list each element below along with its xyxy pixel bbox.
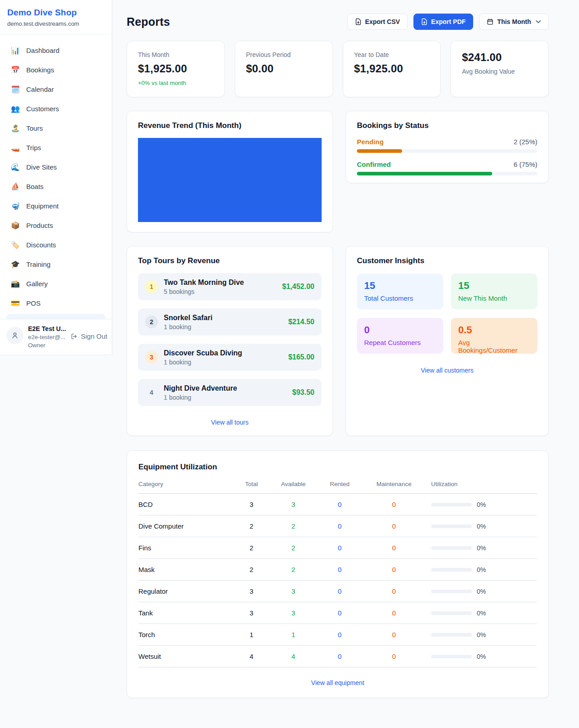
cell-utilization: 0% (477, 610, 486, 617)
credit-card-icon: 💳 (11, 300, 20, 307)
tour-row[interactable]: 1 Two Tank Morning Dive 5 bookings $1,45… (138, 273, 322, 300)
stat-card-avg-booking-value: $241.00 Avg Booking Value (451, 41, 549, 97)
insight-label: New This Month (458, 294, 530, 302)
sidebar-item-active-partial[interactable] (6, 314, 105, 319)
sidebar-item-label: POS (26, 299, 41, 307)
stat-value: $1,925.00 (354, 62, 430, 75)
sidebar-item-label: Customers (26, 105, 59, 113)
table-row: BCD 3 3 0 0 0% (138, 494, 537, 515)
calendar-date-icon: 📅 (11, 66, 20, 74)
cell-category: BCD (138, 501, 233, 508)
cell-utilization: 0% (477, 631, 486, 638)
cell-available: 3 (270, 587, 317, 595)
cell-utilization: 0% (477, 544, 486, 552)
page-header: Reports Export CSV Export PDF (127, 14, 549, 30)
cell-rented: 0 (317, 501, 362, 508)
rank-badge: 3 (145, 351, 158, 364)
table-row: Torch 1 1 0 0 0% (138, 624, 537, 646)
revenue-trend-title: Revenue Trend (This Month) (138, 121, 322, 130)
island-icon: 🏝️ (11, 125, 20, 132)
tour-name: Discover Scuba Diving (164, 349, 242, 357)
sidebar-item-calendar[interactable]: 🗓️ Calendar (0, 80, 112, 99)
period-dropdown[interactable]: This Month (479, 14, 549, 30)
sidebar-item-dive-sites[interactable]: 🌊 Dive Sites (0, 157, 112, 177)
tour-row[interactable]: 2 Snorkel Safari 1 booking $214.50 (138, 308, 322, 336)
cell-maintenance: 0 (362, 609, 426, 617)
cell-utilization: 0% (477, 501, 486, 508)
cell-category: Tank (138, 609, 233, 617)
rank-badge: 1 (145, 280, 158, 293)
sidebar-item-trips[interactable]: 🚤 Trips (0, 138, 112, 157)
person-icon (11, 331, 19, 340)
stat-card-this-month: This Month $1,925.00 +0% vs last month (127, 41, 225, 97)
tour-row[interactable]: 3 Discover Scuba Diving 1 booking $165.0… (138, 344, 322, 371)
stat-value: $1,925.00 (138, 62, 214, 75)
bookings-by-status-card: Bookings by Status Pending 2 (25%) Confi… (346, 111, 549, 183)
stat-label: Avg Booking Value (462, 68, 537, 75)
insight-tile-new-this-month: 15 New This Month (451, 274, 537, 309)
cell-available: 3 (270, 609, 317, 617)
revenue-trend-card: Revenue Trend (This Month) (127, 111, 333, 232)
rank-badge: 2 (145, 316, 158, 328)
sidebar-item-pos[interactable]: 💳 POS (0, 293, 112, 313)
sidebar-item-label: Boats (26, 183, 43, 190)
column-header-category: Category (138, 481, 233, 487)
column-header-utilization: Utilization (426, 481, 537, 487)
sidebar-item-customers[interactable]: 👥 Customers (0, 99, 112, 118)
view-all-tours-link[interactable]: View all tours (211, 419, 248, 426)
cell-available: 2 (270, 544, 317, 552)
stat-label: This Month (138, 51, 214, 58)
export-csv-button[interactable]: Export CSV (347, 14, 408, 30)
user-info: E2E Test U... e2e-tester@... Owner (28, 325, 66, 349)
cell-available: 2 (270, 522, 317, 530)
cell-available: 1 (270, 631, 317, 638)
user-name: E2E Test U... (28, 325, 66, 332)
cell-available: 3 (270, 501, 317, 508)
sidebar-item-tours[interactable]: 🏝️ Tours (0, 118, 112, 138)
sign-out-button[interactable]: Sign Out (71, 332, 107, 340)
logout-icon (71, 333, 78, 340)
sidebar-item-boats[interactable]: ⛵ Boats (0, 177, 112, 196)
sidebar-item-gallery[interactable]: 📸 Gallery (0, 274, 112, 293)
sidebar-nav: 📊 Dashboard 📅 Bookings 🗓️ Calendar 👥 Cus… (0, 34, 112, 319)
bookings-by-status-title: Bookings by Status (357, 121, 537, 130)
cell-category: Torch (138, 631, 233, 638)
view-all-customers-link[interactable]: View all customers (421, 367, 473, 374)
sidebar-item-label: Training (26, 260, 51, 268)
cell-maintenance: 0 (362, 631, 426, 638)
shop-domain: demo.test.divestreams.com (7, 20, 104, 27)
utilization-bar (431, 655, 472, 658)
sidebar-item-products[interactable]: 📦 Products (0, 216, 112, 235)
sidebar-item-dashboard[interactable]: 📊 Dashboard (0, 41, 112, 60)
tear-off-calendar-icon: 🗓️ (11, 86, 20, 93)
view-all-equipment-link[interactable]: View all equipment (311, 679, 364, 686)
tour-row[interactable]: 4 Night Dive Adventure 1 booking $93.50 (138, 379, 322, 406)
stat-card-year-to-date: Year to Date $1,925.00 (343, 41, 441, 97)
calendar-icon (487, 18, 494, 25)
cell-total: 1 (233, 631, 270, 638)
sidebar-item-discounts[interactable]: 🏷️ Discounts (0, 235, 112, 255)
cell-utilization: 0% (477, 588, 486, 595)
utilization-bar (431, 546, 472, 550)
status-row-pending: Pending 2 (25%) (357, 138, 537, 153)
column-header-total: Total (233, 481, 270, 487)
insight-label: Total Customers (364, 294, 436, 302)
top-tours-card: Top Tours by Revenue 1 Two Tank Morning … (127, 246, 333, 436)
tour-revenue: $93.50 (292, 388, 314, 397)
tour-bookings: 1 booking (164, 323, 213, 331)
cell-rented: 0 (317, 609, 362, 617)
insight-label: Repeat Customers (364, 339, 436, 346)
period-label: This Month (497, 18, 531, 25)
sidebar-item-equipment[interactable]: 🤿 Equipment (0, 196, 112, 216)
column-header-rented: Rented (317, 481, 362, 487)
export-csv-label: Export CSV (365, 18, 400, 25)
sidebar-item-bookings[interactable]: 📅 Bookings (0, 60, 112, 80)
insight-value: 0.5 (458, 324, 530, 336)
export-pdf-button[interactable]: Export PDF (413, 14, 473, 30)
column-header-available: Available (270, 481, 317, 487)
revenue-trend-chart (138, 138, 322, 222)
cell-total: 3 (233, 501, 270, 508)
sidebar-item-training[interactable]: 🎓 Training (0, 255, 112, 274)
insight-tile-total-customers: 15 Total Customers (357, 274, 443, 309)
sidebar-item-label: Dive Sites (26, 163, 57, 171)
